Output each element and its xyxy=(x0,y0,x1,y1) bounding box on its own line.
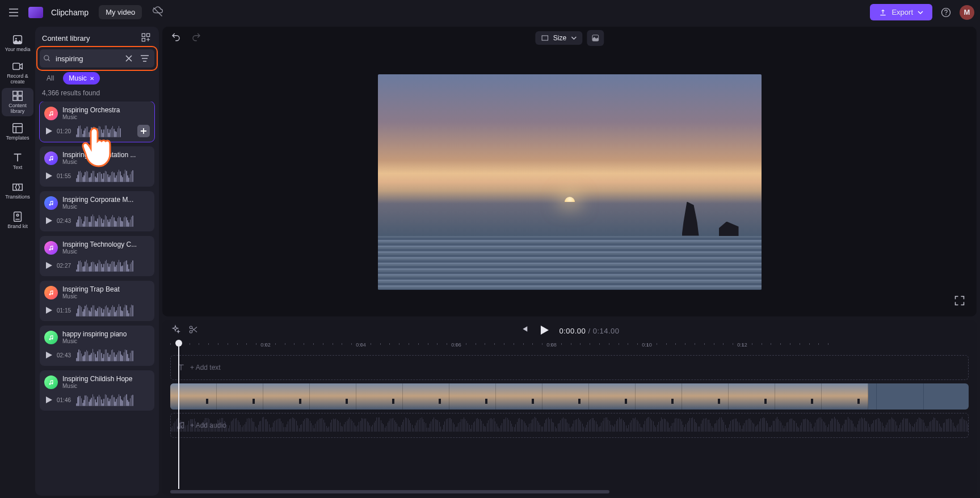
ruler-label: 0:04 xyxy=(356,342,366,348)
user-avatar[interactable]: M xyxy=(960,5,974,20)
background-color-button[interactable] xyxy=(587,30,604,46)
svg-rect-8 xyxy=(18,96,22,100)
seek-start-button[interactable] xyxy=(519,324,532,337)
add-to-timeline-button[interactable] xyxy=(137,125,150,137)
music-note-icon xyxy=(48,244,54,251)
music-card[interactable]: Inspiring Trap Beat Music 01:15 xyxy=(40,281,154,321)
timeline-scrollbar[interactable] xyxy=(170,490,969,496)
music-card[interactable]: Inspiring Orchestra Music 01:20 xyxy=(40,102,154,142)
rail-label: Transitions xyxy=(5,195,30,200)
music-card[interactable]: Inspiring Presentation ... Music 01:55 xyxy=(40,146,154,187)
clip-thumbnail xyxy=(775,383,822,410)
rail-label: Record & create xyxy=(2,74,33,85)
svg-point-15 xyxy=(44,56,49,60)
chip-all[interactable]: All xyxy=(41,72,60,85)
track-category: Music xyxy=(62,383,150,389)
size-button[interactable]: Size xyxy=(535,31,582,45)
music-card[interactable]: Inspiring Technology C... Music 02:27 xyxy=(40,236,154,276)
timeline-ruler[interactable]: 0:020:040:060:080:100:12 xyxy=(170,341,969,353)
project-title[interactable]: My video xyxy=(99,5,142,19)
svg-rect-9 xyxy=(13,124,23,133)
rail-record[interactable]: Record & create xyxy=(2,58,33,87)
help-button[interactable] xyxy=(937,3,955,22)
preview-play-button[interactable] xyxy=(44,306,53,315)
track-duration: 01:55 xyxy=(57,173,73,179)
track-category: Music xyxy=(62,159,150,165)
fullscreen-button[interactable] xyxy=(954,295,969,310)
search-bar xyxy=(40,49,154,67)
search-input[interactable] xyxy=(54,54,119,64)
menu-icon xyxy=(9,9,19,16)
chip-music[interactable]: Music ✕ xyxy=(63,72,99,85)
track-category: Music xyxy=(62,338,150,344)
track-thumbnail xyxy=(44,107,58,120)
layout-icon xyxy=(141,32,151,43)
track-duration: 02:43 xyxy=(57,352,73,358)
svg-rect-10 xyxy=(14,212,22,222)
preview-play-button[interactable] xyxy=(44,216,53,225)
preview-play-button[interactable] xyxy=(44,395,53,404)
preview-play-button[interactable] xyxy=(44,351,53,360)
rail-text[interactable]: Text xyxy=(2,147,33,175)
text-icon xyxy=(11,151,24,164)
playhead[interactable] xyxy=(178,342,179,489)
music-note-icon xyxy=(48,155,54,162)
waveform xyxy=(76,349,150,361)
ruler-label: 0:10 xyxy=(642,342,652,348)
add-text-track[interactable]: + Add text xyxy=(170,355,969,380)
music-card[interactable]: happy inspiring piano Music 02:43 xyxy=(40,326,154,366)
track-name: Inspiring Corporate M... xyxy=(62,196,150,204)
rail-templates[interactable]: Templates xyxy=(2,117,33,146)
app-brand: Clipchamp xyxy=(51,8,89,17)
svg-rect-7 xyxy=(13,96,17,100)
track-name: Inspiring Orchestra xyxy=(62,106,150,114)
split-button[interactable] xyxy=(188,324,201,337)
waveform xyxy=(76,214,150,227)
preview-play-button[interactable] xyxy=(44,126,53,136)
play-icon xyxy=(44,126,53,136)
play-button[interactable] xyxy=(540,325,551,336)
preview-play-button[interactable] xyxy=(44,261,53,270)
play-icon xyxy=(44,306,53,315)
chevron-down-icon xyxy=(571,35,577,41)
export-button[interactable]: Export xyxy=(870,4,932,20)
rail-your-media[interactable]: Your media xyxy=(2,29,33,57)
play-icon xyxy=(44,395,53,404)
upload-icon xyxy=(879,9,887,16)
rail-transitions[interactable]: Transitions xyxy=(2,176,33,205)
music-card[interactable]: Inspiring Childish Hope Music 01:46 xyxy=(40,370,154,411)
music-note-icon xyxy=(48,334,54,341)
video-track-clip[interactable] xyxy=(170,383,969,410)
play-icon xyxy=(540,325,549,335)
content-library-panel: Content library All Music ✕ xyxy=(35,27,159,496)
hamburger-menu[interactable] xyxy=(6,5,22,20)
clip-thumbnail xyxy=(729,383,775,410)
clip-thumbnail xyxy=(542,383,589,410)
media-icon xyxy=(11,33,24,46)
clip-thumbnail xyxy=(170,383,217,410)
sync-status-icon[interactable] xyxy=(152,6,165,19)
svg-rect-14 xyxy=(142,39,145,41)
rail-brand-kit[interactable]: Brand kit xyxy=(2,206,33,234)
auto-enhance-button[interactable] xyxy=(170,324,183,337)
panel-layout-button[interactable] xyxy=(141,32,152,44)
music-card[interactable]: Inspiring Corporate M... Music 02:43 xyxy=(40,191,154,231)
play-icon xyxy=(44,216,53,225)
music-note-icon xyxy=(48,289,54,296)
video-preview[interactable] xyxy=(378,74,762,290)
redo-icon xyxy=(191,32,201,42)
rail-content-library[interactable]: Content library xyxy=(2,88,33,116)
play-icon xyxy=(44,351,53,360)
track-category: Music xyxy=(62,248,150,255)
undo-button[interactable] xyxy=(168,29,184,45)
track-name: Inspiring Childish Hope xyxy=(62,375,150,383)
preview-play-button[interactable] xyxy=(44,171,53,180)
track-name: Inspiring Trap Beat xyxy=(62,285,150,293)
scissors-icon xyxy=(188,324,199,335)
fullscreen-icon xyxy=(954,295,965,306)
waveform xyxy=(76,170,150,182)
clear-search-button[interactable] xyxy=(123,52,135,65)
filter-button[interactable] xyxy=(138,52,151,65)
add-audio-track[interactable]: + Add audio xyxy=(170,413,969,438)
clip-thumbnail xyxy=(822,383,868,410)
